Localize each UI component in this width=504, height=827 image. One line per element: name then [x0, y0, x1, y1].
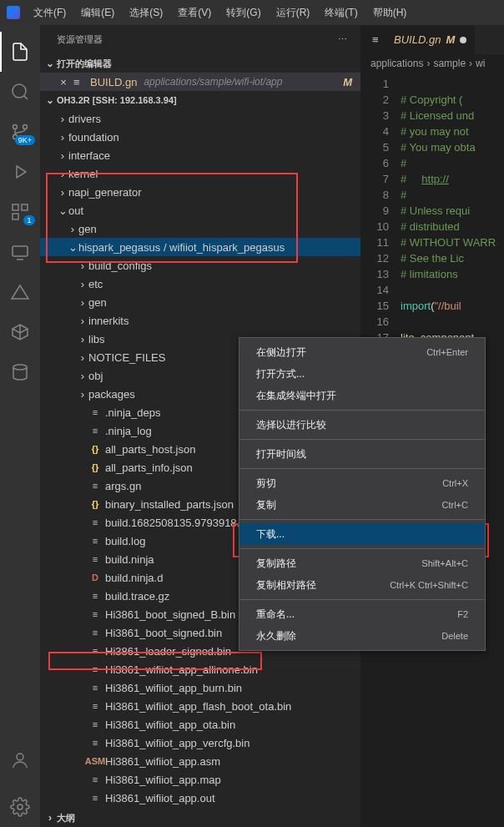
chevron-down-icon: ⌄	[43, 94, 57, 106]
menu-selection[interactable]: 选择(S)	[123, 3, 169, 23]
play-icon	[10, 162, 30, 182]
tree-folder-out[interactable]: ⌄out	[40, 201, 360, 219]
context-menu-item[interactable]: 打开时间线	[239, 443, 485, 465]
editor-tab[interactable]: ≡ BUILD.gn M	[360, 25, 476, 54]
more-icon[interactable]: ⋯	[338, 34, 347, 45]
open-editor-filename: BUILD.gn	[90, 76, 137, 88]
modified-indicator: M	[446, 33, 455, 46]
open-editors-label: 打开的编辑器	[57, 58, 112, 70]
activity-search[interactable]	[0, 72, 40, 112]
menu-terminal[interactable]: 终端(T)	[318, 3, 364, 23]
context-menu-item[interactable]: 选择以进行比较	[239, 414, 485, 436]
menu-separator	[239, 548, 485, 549]
tree-file[interactable]: ≡Hi3861_wifiiot_app_ota.bin	[40, 715, 360, 734]
section-outline[interactable]: › 大纲	[40, 809, 360, 827]
chevron-right-icon: ›	[43, 812, 57, 824]
menu-go[interactable]: 转到(G)	[219, 3, 267, 23]
breadcrumb-part[interactable]: sample	[433, 58, 466, 69]
tree-folder[interactable]: ›gen	[40, 293, 360, 311]
sidebar-title: 资源管理器	[57, 33, 103, 46]
menu-run[interactable]: 运行(R)	[270, 3, 317, 23]
svg-marker-11	[12, 285, 28, 299]
tree-file[interactable]: ≡Hi3861_wifiiot_app_burn.bin	[40, 678, 360, 697]
activity-remote[interactable]	[0, 232, 40, 272]
breadcrumb-part[interactable]: wi	[476, 58, 485, 69]
context-menu-item[interactable]: 打开方式...	[239, 363, 485, 385]
tree-folder[interactable]: ›foundation	[40, 128, 360, 146]
tree-folder[interactable]: ›interface	[40, 146, 360, 164]
context-menu-item[interactable]: 复制Ctrl+C	[239, 494, 485, 516]
close-icon[interactable]: ×	[57, 76, 70, 88]
tree-folder[interactable]: ›kernel	[40, 164, 360, 183]
menu-separator	[239, 439, 485, 440]
menu-file[interactable]: 文件(F)	[27, 3, 73, 23]
svg-point-12	[13, 365, 27, 370]
triangle-icon	[10, 282, 30, 302]
outline-label: 大纲	[57, 812, 75, 824]
tree-folder[interactable]: ›gen	[40, 219, 360, 238]
tree-folder-hispark[interactable]: ⌄hispark_pegasus / wifiiot_hispark_pegas…	[40, 238, 360, 256]
tree-folder[interactable]: ›etc	[40, 275, 360, 293]
context-menu-item[interactable]: 下载...	[239, 523, 485, 545]
app-logo-icon	[7, 6, 20, 19]
activity-source-control[interactable]: 9K+	[0, 112, 40, 152]
activity-extensions[interactable]: 1	[0, 192, 40, 232]
activity-settings[interactable]	[0, 787, 40, 827]
tree-file-allinone[interactable]: ≡Hi3861_wifiiot_app_allinone.bin	[40, 660, 360, 678]
activity-bar: 9K+ 1	[0, 25, 40, 827]
files-icon	[10, 42, 30, 62]
search-icon	[10, 82, 30, 102]
context-menu-item[interactable]: 复制相对路径Ctrl+K Ctrl+Shift+C	[239, 574, 485, 596]
file-icon: ≡	[73, 76, 87, 88]
scm-badge: 9K+	[15, 135, 35, 145]
titlebar: 文件(F) 编辑(E) 选择(S) 查看(V) 转到(G) 运行(R) 终端(T…	[0, 0, 504, 25]
activity-drive[interactable]	[0, 272, 40, 312]
menu-separator	[239, 468, 485, 469]
activity-account[interactable]	[0, 740, 40, 780]
tree-file[interactable]: ASMHi3861_wifiiot_app.asm	[40, 752, 360, 770]
tab-filename: BUILD.gn	[394, 33, 441, 46]
menu-edit[interactable]: 编辑(E)	[74, 3, 121, 23]
menu-separator	[239, 599, 485, 600]
dirty-dot-icon	[460, 37, 466, 43]
tree-file[interactable]: ≡Hi3861_wifiiot_app.map	[40, 770, 360, 789]
tree-file[interactable]: ≡Hi3861_wifiiot_app_vercfg.bin	[40, 734, 360, 752]
database-icon	[10, 362, 30, 382]
context-menu-item[interactable]: 重命名...F2	[239, 603, 485, 625]
open-editor-item[interactable]: × ≡ BUILD.gn applications/sample/wifi-io…	[40, 73, 360, 91]
tree-file[interactable]: ≡Hi3861_wifiiot_app.out	[40, 789, 360, 807]
section-open-editors[interactable]: ⌄ 打开的编辑器	[40, 54, 360, 73]
tree-file[interactable]: ≡Hi3861_wifiiot_app_flash_boot_ota.bin	[40, 697, 360, 715]
breadcrumb-part[interactable]: applications	[370, 58, 423, 69]
account-icon	[10, 750, 30, 770]
activity-debug[interactable]	[0, 152, 40, 192]
tree-folder[interactable]: ›napi_generator	[40, 183, 360, 201]
section-workspace[interactable]: ⌄ OH3.2R [SSH: 192.168.3.94]	[40, 91, 360, 109]
activity-explorer[interactable]	[0, 32, 40, 72]
tab-bar: ≡ BUILD.gn M	[360, 25, 504, 54]
context-menu-item[interactable]: 永久删除Delete	[239, 625, 485, 647]
breadcrumb[interactable]: applications › sample › wi	[360, 54, 504, 73]
menu-separator	[239, 519, 485, 520]
cube-icon	[10, 322, 30, 342]
gear-icon	[10, 797, 30, 817]
activity-project[interactable]	[0, 312, 40, 352]
context-menu-item[interactable]: 在集成终端中打开	[239, 385, 485, 406]
menu-view[interactable]: 查看(V)	[171, 3, 218, 23]
svg-point-14	[18, 804, 23, 809]
sidebar-header: 资源管理器 ⋯	[40, 25, 360, 54]
tree-folder[interactable]: ›drivers	[40, 109, 360, 128]
activity-database[interactable]	[0, 352, 40, 392]
tree-folder[interactable]: ›build_configs	[40, 256, 360, 275]
tree-folder[interactable]: ›innerkits	[40, 311, 360, 330]
context-menu-item[interactable]: 剪切Ctrl+X	[239, 472, 485, 494]
context-menu-item[interactable]: 复制路径Shift+Alt+C	[239, 552, 485, 574]
svg-rect-8	[13, 214, 18, 219]
svg-rect-6	[13, 204, 18, 210]
svg-marker-5	[17, 166, 26, 178]
file-icon: ≡	[372, 33, 386, 46]
svg-point-4	[23, 125, 28, 129]
svg-point-2	[13, 125, 18, 129]
context-menu-item[interactable]: 在侧边打开Ctrl+Enter	[239, 341, 485, 363]
menu-help[interactable]: 帮助(H)	[366, 3, 414, 23]
